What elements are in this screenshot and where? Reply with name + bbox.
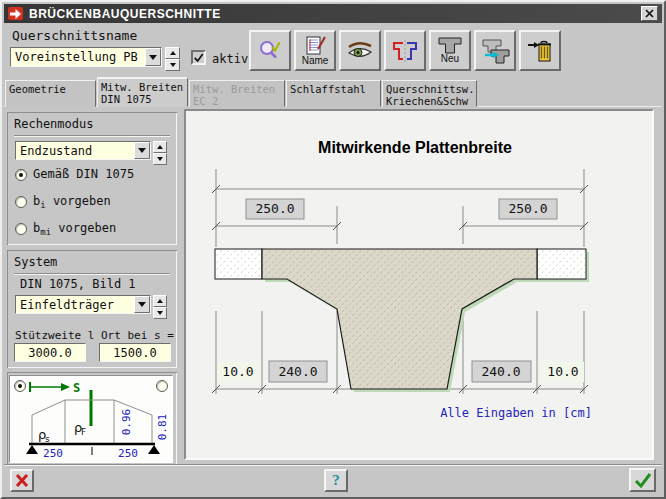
section-name-combobox[interactable]: Voreinstellung PB <box>10 47 162 67</box>
system-type-value[interactable]: Einfeldträger <box>16 296 134 313</box>
span-right-label: 250 <box>118 447 138 460</box>
main-diagram-panel: Mitwirkende Plattenbreite 250.0 <box>184 109 654 460</box>
search-check-icon <box>257 38 283 64</box>
footer-divider <box>4 464 662 466</box>
tab-mitw-breiten-din1075[interactable]: Mitw. BreitenDIN 1075 <box>97 77 188 107</box>
eye-icon <box>345 39 375 63</box>
check-icon <box>193 52 204 63</box>
title-bar[interactable]: BRÜCKENBAUQUERSCHNITTE <box>4 4 662 23</box>
close-button[interactable] <box>641 6 658 21</box>
spin-down-icon[interactable] <box>153 307 167 319</box>
search-check-button[interactable] <box>249 30 291 71</box>
value-inner-label: 0.96 <box>120 409 133 436</box>
svg-text:s: s <box>45 434 50 444</box>
cross-section-diagram: Mitwirkende Plattenbreite 250.0 <box>186 111 652 458</box>
system-title: System <box>14 255 170 274</box>
window-title: BRÜCKENBAUQUERSCHNITTE <box>29 7 221 21</box>
svg-text:240.0: 240.0 <box>481 364 520 379</box>
system-group: System DIN 1075, Bild 1 Einfeldträger St… <box>7 250 177 368</box>
stuetzweite-label: Stützweite l <box>15 329 94 342</box>
svg-text:240.0: 240.0 <box>278 364 317 379</box>
dialog-window: BRÜCKENBAUQUERSCHNITTE Querschnittsname … <box>0 0 666 499</box>
tab-geometrie[interactable]: Geometrie <box>5 80 96 107</box>
svg-text:250.0: 250.0 <box>508 201 547 216</box>
radio-icon[interactable] <box>15 196 27 208</box>
help-button[interactable]: ? <box>324 469 348 492</box>
rechenmodus-combobox[interactable]: Endzustand <box>15 141 151 160</box>
rename-button-label: Name <box>302 56 329 66</box>
diagram-title: Mitwirkende Plattenbreite <box>318 139 512 156</box>
tab-schlaffstahl[interactable]: Schlaffstahl <box>286 80 381 107</box>
compare-t-sections-icon <box>391 39 419 63</box>
rechenmodus-group: Rechenmodus Endzustand Gemäß DIN 1075 bi… <box>7 112 177 245</box>
stuetzweite-field[interactable]: 3000.0 <box>14 343 86 362</box>
spin-down-icon[interactable] <box>165 59 180 71</box>
ort-label: Ort bei s = <box>101 329 174 342</box>
spin-up-icon[interactable] <box>165 47 180 59</box>
delete-section-button[interactable] <box>519 30 561 71</box>
copy-section-icon <box>480 38 510 64</box>
svg-text:F: F <box>81 427 86 437</box>
load-position-group: S ρ s ρ F 0.96 0.81 250 250 <box>7 372 177 465</box>
cancel-button[interactable] <box>10 469 34 492</box>
t-section-icon <box>437 37 463 54</box>
spin-down-icon[interactable] <box>153 153 167 165</box>
spin-up-icon[interactable] <box>153 295 167 307</box>
tab-querschnittswerte[interactable]: Querschnittsw.Kriechen&Schw <box>382 80 477 107</box>
ort-field[interactable]: 1500.0 <box>99 343 171 362</box>
section-name-spinner[interactable] <box>165 47 180 67</box>
rechenmodus-title: Rechenmodus <box>14 117 170 136</box>
s-marker-label: S <box>73 381 80 395</box>
new-section-button[interactable]: Neu <box>429 30 471 71</box>
new-button-label: Neu <box>441 54 459 64</box>
dropdown-arrow-icon[interactable] <box>145 48 161 66</box>
aktiv-checkbox[interactable] <box>191 50 206 65</box>
radio-bmi-vorgeben[interactable]: bmi vorgeben <box>15 222 116 236</box>
querschnittsname-label: Querschnittsname <box>12 28 137 43</box>
notepad-pencil-icon <box>302 36 328 56</box>
copy-section-button[interactable] <box>474 30 516 71</box>
load-position-diagram: S ρ s ρ F 0.96 0.81 250 250 <box>11 377 171 461</box>
rechenmodus-value[interactable]: Endzustand <box>16 142 134 159</box>
svg-text:250.0: 250.0 <box>255 201 294 216</box>
view-button[interactable] <box>339 30 381 71</box>
value-outer-label: 0.81 <box>156 414 169 441</box>
units-note: Alle Eingaben in [cm] <box>440 406 592 420</box>
rechenmodus-spinner[interactable] <box>153 141 167 160</box>
aktiv-label: aktiv <box>212 52 248 66</box>
red-x-icon <box>14 472 31 489</box>
radio-bi-vorgeben[interactable]: bi vorgeben <box>15 195 111 209</box>
s-arrow-icon <box>61 383 70 391</box>
app-icon <box>8 7 23 20</box>
radio-icon[interactable] <box>15 169 27 181</box>
dropdown-arrow-icon[interactable] <box>134 296 150 313</box>
section-name-value[interactable]: Voreinstellung PB <box>11 48 145 66</box>
system-type-spinner[interactable] <box>153 295 167 314</box>
support-left-icon <box>26 445 38 454</box>
svg-text:10.0: 10.0 <box>222 364 253 379</box>
compare-sections-button[interactable] <box>384 30 426 71</box>
system-type-combobox[interactable]: Einfeldträger <box>15 295 151 314</box>
trash-icon <box>526 38 554 64</box>
ok-button[interactable] <box>629 468 656 492</box>
span-left-label: 250 <box>43 447 63 460</box>
rename-button[interactable]: Name <box>294 30 336 71</box>
flange-right-ineffective <box>537 249 586 279</box>
radio-gemaess-din1075[interactable]: Gemäß DIN 1075 <box>15 168 134 182</box>
close-icon <box>644 8 655 19</box>
green-check-icon <box>633 471 653 489</box>
tab-mitw-breiten-ec2: Mitw. BreitenEC 2 <box>189 80 285 107</box>
dropdown-arrow-icon[interactable] <box>134 142 150 159</box>
svg-text:10.0: 10.0 <box>547 364 578 379</box>
help-icon: ? <box>332 472 340 489</box>
load-position-panel: S ρ s ρ F 0.96 0.81 250 250 <box>9 375 173 463</box>
system-caption: DIN 1075, Bild 1 <box>20 277 136 291</box>
radio-icon[interactable] <box>15 223 27 235</box>
flange-left-ineffective <box>215 249 262 279</box>
support-right-icon <box>148 445 160 454</box>
spin-up-icon[interactable] <box>153 141 167 153</box>
